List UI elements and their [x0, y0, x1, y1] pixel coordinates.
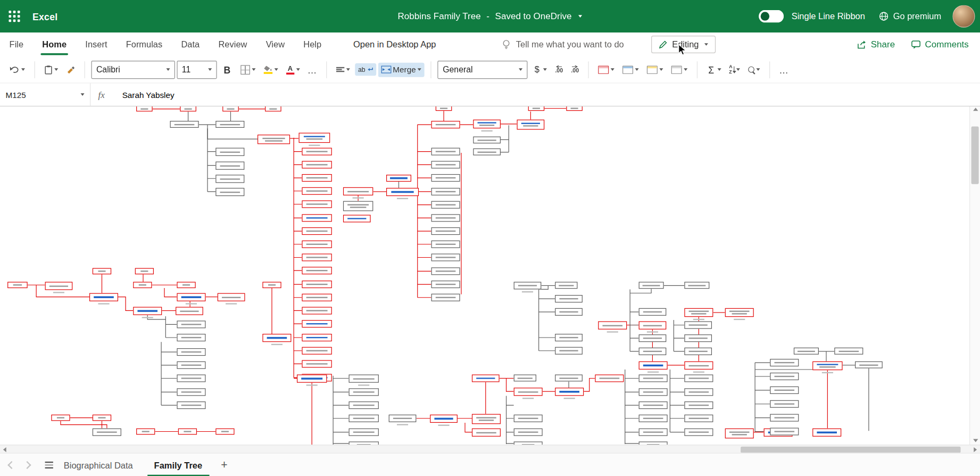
tree-node[interactable] — [430, 415, 458, 423]
tree-node[interactable] — [177, 374, 205, 382]
tree-node[interactable] — [349, 415, 379, 422]
tree-node[interactable] — [343, 215, 371, 222]
more-font-options-button[interactable]: … — [305, 64, 320, 75]
tree-node[interactable] — [302, 241, 331, 248]
tree-node[interactable] — [794, 348, 819, 355]
sheet-nav-back-button[interactable] — [7, 461, 15, 469]
tree-node[interactable] — [555, 308, 583, 316]
tree-node[interactable] — [136, 429, 155, 435]
tree-node[interactable] — [555, 334, 583, 341]
tree-node[interactable] — [812, 429, 841, 437]
tell-me-search[interactable]: Tell me what you want to do — [502, 39, 624, 50]
tree-node[interactable] — [177, 321, 205, 328]
tree-node[interactable] — [302, 227, 331, 235]
tree-node[interactable] — [302, 253, 331, 261]
tree-node[interactable] — [639, 362, 668, 370]
app-launcher-button[interactable] — [0, 0, 29, 32]
tree-node[interactable] — [770, 359, 799, 366]
tree-node[interactable] — [684, 308, 713, 317]
tree-node[interactable] — [262, 282, 281, 288]
tree-node[interactable] — [215, 161, 244, 169]
tree-node[interactable] — [386, 188, 419, 196]
tree-node[interactable] — [684, 415, 713, 422]
go-premium-button[interactable]: Go premium — [879, 11, 942, 21]
tree-node[interactable] — [770, 428, 799, 435]
tree-node[interactable] — [431, 188, 460, 195]
tree-node[interactable] — [473, 136, 501, 143]
tree-node[interactable] — [639, 401, 668, 409]
tree-node[interactable] — [133, 307, 162, 315]
tree-node[interactable] — [302, 187, 331, 195]
tree-node[interactable] — [725, 308, 754, 317]
menu-tab-file[interactable]: File — [0, 32, 33, 56]
tree-node[interactable] — [265, 106, 281, 112]
tree-node[interactable] — [472, 414, 501, 424]
tree-node[interactable] — [302, 281, 331, 288]
tree-node[interactable] — [639, 429, 668, 436]
tree-node[interactable] — [177, 401, 205, 409]
tree-node[interactable] — [555, 295, 583, 302]
tree-node[interactable] — [855, 362, 883, 368]
wrap-text-button[interactable]: ab — [355, 63, 376, 76]
tree-node[interactable] — [262, 334, 291, 342]
tree-node[interactable] — [7, 282, 28, 288]
vertical-scroll-thumb[interactable] — [971, 127, 979, 184]
tree-node[interactable] — [598, 321, 627, 329]
tree-node[interactable] — [302, 214, 331, 221]
tree-node[interactable] — [472, 429, 501, 437]
number-format-select[interactable]: General — [438, 61, 528, 79]
add-sheet-button[interactable]: + — [213, 458, 236, 472]
tree-node[interactable] — [51, 415, 70, 421]
tree-node[interactable] — [431, 214, 460, 221]
decrease-decimal-button[interactable]: .00 — [552, 63, 566, 77]
tree-node[interactable] — [431, 121, 460, 128]
tree-node[interactable] — [725, 429, 754, 439]
tree-node[interactable] — [302, 267, 331, 274]
single-line-ribbon-toggle[interactable] — [759, 10, 784, 23]
tree-node[interactable] — [349, 429, 379, 436]
tree-node[interactable] — [514, 415, 543, 422]
tree-node[interactable] — [302, 174, 331, 182]
tree-node[interactable] — [215, 148, 244, 156]
tree-node[interactable] — [431, 227, 460, 235]
tree-node[interactable] — [595, 374, 624, 382]
tree-node[interactable] — [178, 429, 197, 435]
tree-node[interactable] — [684, 388, 713, 396]
tree-node[interactable] — [639, 282, 664, 289]
fill-color-button[interactable] — [261, 63, 281, 76]
alignment-button[interactable] — [333, 64, 353, 76]
tree-node[interactable] — [555, 388, 584, 396]
menu-tab-insert[interactable]: Insert — [76, 32, 117, 56]
tree-node[interactable] — [302, 294, 331, 301]
tree-node[interactable] — [218, 293, 245, 301]
currency-format-button[interactable]: $ — [529, 62, 550, 77]
more-toolbar-options-button[interactable]: … — [777, 64, 792, 75]
tree-node[interactable] — [302, 347, 331, 355]
tree-node[interactable] — [431, 174, 460, 182]
tree-node[interactable] — [177, 348, 205, 356]
tree-node[interactable] — [180, 106, 196, 112]
name-box[interactable]: M125 — [0, 83, 90, 105]
tree-node[interactable] — [93, 268, 111, 274]
tree-node[interactable] — [89, 293, 118, 301]
document-name[interactable]: Robbins Family Tree — [398, 11, 481, 21]
tree-node[interactable] — [514, 374, 536, 381]
tree-node[interactable] — [349, 388, 379, 396]
tree-node[interactable] — [812, 362, 842, 370]
tree-node[interactable] — [514, 429, 543, 436]
tree-node[interactable] — [555, 347, 583, 355]
tree-node[interactable] — [431, 281, 460, 288]
horizontal-scroll-thumb[interactable] — [741, 446, 961, 453]
saved-status[interactable]: Saved to OneDrive — [495, 11, 572, 21]
bold-button[interactable]: B — [219, 63, 236, 76]
tree-node[interactable] — [45, 282, 73, 290]
tree-node[interactable] — [770, 387, 799, 394]
tree-node[interactable] — [473, 149, 501, 155]
sheet-nav-forward-button[interactable] — [23, 461, 31, 469]
tree-node[interactable] — [386, 175, 411, 182]
tree-node[interactable] — [93, 415, 111, 421]
tree-node[interactable] — [302, 161, 331, 168]
scroll-down-arrow[interactable] — [973, 439, 977, 442]
tree-node[interactable] — [302, 334, 331, 341]
tree-node[interactable] — [302, 320, 331, 327]
